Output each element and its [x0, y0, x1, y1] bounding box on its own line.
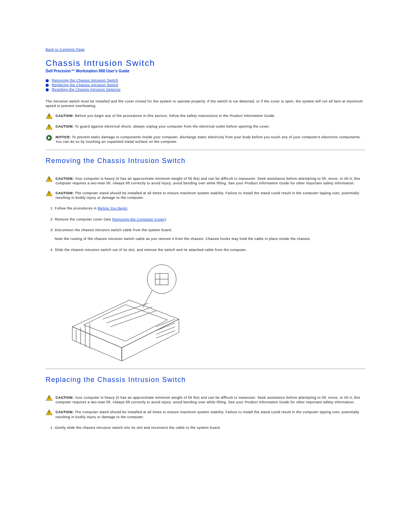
notice-label: NOTICE:	[56, 135, 71, 139]
step-item: Gently slide the chassis intrusion switc…	[55, 425, 365, 430]
chassis-diagram	[57, 258, 194, 365]
link-removing-cover[interactable]: Removing the Computer Cover	[112, 217, 165, 221]
caution-text: CAUTION: Your computer is heavy (it has …	[56, 176, 365, 185]
divider	[46, 369, 365, 369]
step-text-after: .	[127, 206, 129, 210]
caution-label: CAUTION:	[56, 410, 74, 414]
svg-line-29	[110, 311, 156, 327]
page-subtitle: Dell Precision™ Workstation 690 User's G…	[46, 69, 365, 73]
caution-body: The computer stand should be installed a…	[56, 410, 359, 419]
step-item: Follow the procedures in Before You Begi…	[55, 206, 365, 211]
step-item: Remove the computer cover (see Removing …	[55, 217, 365, 222]
caution-row: ! CAUTION: Your computer is heavy (it ha…	[46, 176, 365, 185]
svg-marker-11	[72, 327, 122, 361]
caution-icon: !	[46, 410, 52, 415]
intro-paragraph: The intrusion switch must be installed a…	[46, 99, 365, 108]
steps-list-removing: Follow the procedures in Before You Begi…	[46, 206, 365, 252]
caution-row: ! CAUTION: Before you begin any of the p…	[46, 113, 365, 119]
svg-line-20	[156, 327, 175, 334]
toc-link-resetting[interactable]: Resetting the Chassis Intrusion Detector	[52, 88, 121, 91]
steps-list-replacing: Gently slide the chassis intrusion switc…	[46, 425, 365, 430]
step-text: Remove the computer cover (see	[55, 217, 112, 221]
svg-marker-13	[84, 305, 167, 341]
svg-marker-12	[122, 319, 179, 361]
step-text: Gently slide the chassis intrusion switc…	[55, 426, 221, 430]
caution-icon: !	[46, 113, 52, 119]
caution-label: CAUTION:	[56, 114, 74, 118]
caution-label: CAUTION:	[56, 177, 74, 181]
step-item: Slide the chassis intrusion switch out o…	[55, 248, 365, 252]
svg-text:!: !	[48, 396, 49, 401]
step-text: Disconnect the chassis intrusion switch …	[55, 228, 172, 232]
svg-line-27	[103, 303, 148, 319]
caution-label: CAUTION:	[56, 125, 74, 128]
caution-after: for other important safety information.	[289, 400, 355, 404]
step-text-after: ).	[165, 217, 167, 221]
toc-link-replacing[interactable]: Replacing the Chassis Intrusion Switch	[52, 83, 118, 87]
caution-text: CAUTION: To guard against electrical sho…	[56, 124, 365, 129]
svg-line-28	[107, 307, 152, 323]
caution-text: CAUTION: The computer stand should be in…	[56, 191, 365, 200]
caution-text: CAUTION: Before you begin any of the pro…	[56, 113, 365, 118]
caution-row: ! CAUTION: To guard against electrical s…	[46, 124, 365, 129]
back-to-contents: Back to Contents Page	[46, 48, 365, 51]
svg-text:!: !	[48, 192, 49, 196]
caution-row: ! CAUTION: The computer stand should be …	[46, 191, 365, 200]
caution-icon: !	[46, 395, 52, 401]
caution-body: The computer stand should be installed a…	[56, 191, 359, 200]
caution-label: CAUTION:	[56, 396, 74, 399]
caution-icon: !	[46, 191, 52, 196]
back-link[interactable]: Back to Contents Page	[46, 48, 85, 51]
svg-text:!: !	[48, 115, 49, 119]
divider	[46, 150, 365, 150]
toc-link-removing[interactable]: Removing the Chassis Intrusion Switch	[52, 78, 118, 82]
caution-icon: !	[46, 176, 52, 182]
step-item: Disconnect the chassis intrusion switch …	[55, 228, 365, 241]
svg-line-21	[156, 331, 175, 338]
caution-after: for other important safety information.	[289, 181, 355, 185]
notice-row: NOTICE: To prevent static damage to comp…	[46, 135, 365, 144]
caution-label: CAUTION:	[56, 191, 74, 195]
step-note: Note the routing of the chassis intrusio…	[55, 236, 365, 241]
caution-text: CAUTION: The computer stand should be in…	[56, 410, 365, 419]
pig-ref: Product Information Guide	[245, 181, 290, 185]
notice-text: NOTICE: To prevent static damage to comp…	[56, 135, 365, 144]
caution-body: Before you begin any of the procedures i…	[74, 114, 229, 118]
svg-text:!: !	[48, 125, 49, 129]
caution-body: To guard against electrical shock, alway…	[74, 125, 270, 128]
page-title: Chassis Intrusion Switch	[46, 58, 365, 68]
section-heading-removing: Removing the Chassis Intrusion Switch	[46, 157, 365, 165]
svg-text:!: !	[48, 411, 49, 415]
caution-row: ! CAUTION: The computer stand should be …	[46, 410, 365, 419]
pig-ref: Product Information Guide	[245, 400, 290, 404]
pig-ref: Product Information Guide	[229, 114, 274, 118]
caution-icon: !	[46, 124, 52, 129]
svg-text:!: !	[48, 177, 49, 182]
document-page: Back to Contents Page Chassis Intrusion …	[0, 0, 411, 455]
caution-text: CAUTION: Your computer is heavy (it has …	[56, 395, 365, 404]
svg-line-23	[143, 291, 152, 308]
link-before-you-begin[interactable]: Before You Begin	[98, 206, 127, 210]
caution-after: .	[274, 114, 276, 118]
step-text: Follow the procedures in	[55, 206, 98, 210]
section-heading-replacing: Replacing the Chassis Intrusion Switch	[46, 376, 365, 384]
step-text: Slide the chassis intrusion switch out o…	[55, 248, 247, 252]
caution-row: ! CAUTION: Your computer is heavy (it ha…	[46, 395, 365, 404]
table-of-contents: Removing the Chassis Intrusion Switch Re…	[46, 78, 365, 91]
notice-body: To prevent static damage to components i…	[56, 135, 361, 144]
notice-icon	[46, 135, 52, 141]
